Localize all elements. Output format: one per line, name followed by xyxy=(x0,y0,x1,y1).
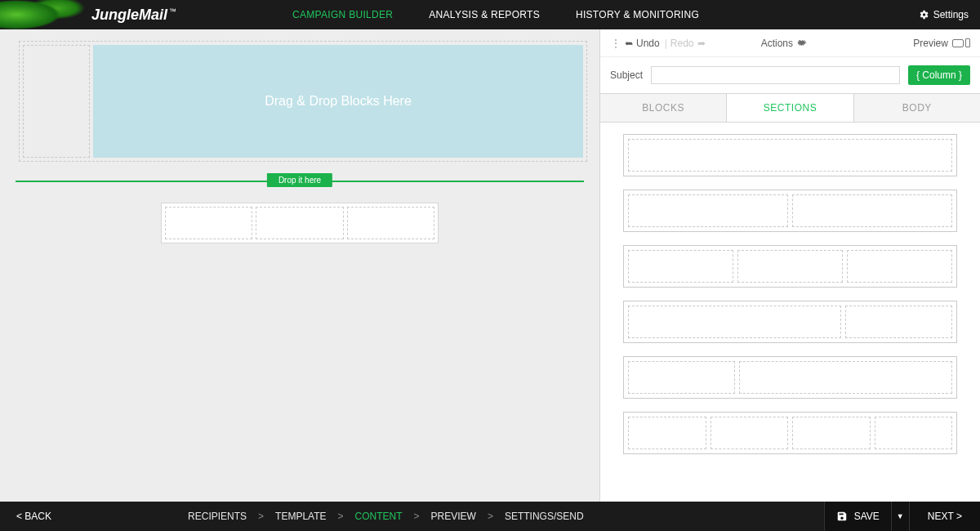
save-label: SAVE xyxy=(854,511,880,522)
section-template-1-2[interactable] xyxy=(623,356,957,399)
settings-link[interactable]: Settings xyxy=(918,9,969,20)
subject-label: Subject xyxy=(610,69,643,81)
panel-tabs: BLOCKS SECTIONS BODY xyxy=(600,93,980,123)
undo-label: Undo xyxy=(636,38,660,49)
step-sep: > xyxy=(338,511,344,522)
actions-label: Actions xyxy=(761,38,793,49)
drop-badge: Drop it here xyxy=(267,173,332,187)
canvas-cell[interactable] xyxy=(256,207,343,239)
section-template-3col[interactable] xyxy=(623,245,957,288)
desktop-icon xyxy=(952,39,964,47)
panel-toolbar: ⋮ ➦ Undo | Redo ➦ Actions Preview xyxy=(600,29,980,57)
drop-zone-label: Drag & Drop Blocks Here xyxy=(265,94,412,109)
column-button[interactable]: { Column } xyxy=(908,65,970,85)
save-icon xyxy=(836,511,848,522)
canvas-cell[interactable] xyxy=(347,207,434,239)
undo-icon: ➦ xyxy=(625,38,633,49)
step-settings-send[interactable]: SETTINGS/SEND xyxy=(505,511,584,522)
save-button[interactable]: SAVE xyxy=(824,502,891,531)
nav-history-monitoring[interactable]: HISTORY & MONITORING xyxy=(558,0,717,29)
preview-label: Preview xyxy=(913,38,948,49)
brand-logo: JungleMail™ xyxy=(91,7,176,24)
nav-analysis-reports[interactable]: ANALYSIS & REPORTS xyxy=(411,0,558,29)
redo-label: Redo xyxy=(670,38,694,49)
tab-sections[interactable]: SECTIONS xyxy=(727,94,853,122)
back-button[interactable]: < BACK xyxy=(0,511,68,522)
step-preview[interactable]: PREVIEW xyxy=(431,511,476,522)
step-sep: > xyxy=(414,511,420,522)
save-area: SAVE ▼ NEXT > xyxy=(824,502,980,531)
drop-indicator: Drop it here xyxy=(16,173,584,190)
canvas-section-1[interactable]: Drag & Drop Blocks Here xyxy=(19,41,587,162)
side-panel: ⋮ ➦ Undo | Redo ➦ Actions Preview xyxy=(599,29,980,502)
top-bar: JungleMail™ CAMPAIGN BUILDER ANALYSIS & … xyxy=(0,0,980,29)
step-sep: > xyxy=(488,511,493,522)
section-template-2col[interactable] xyxy=(623,190,957,232)
next-button[interactable]: NEXT > xyxy=(909,502,980,531)
brand-tm: ™ xyxy=(169,7,176,16)
canvas-empty-column[interactable] xyxy=(23,45,90,158)
drag-handle-icon[interactable]: ⋮ xyxy=(610,37,620,50)
save-dropdown[interactable]: ▼ xyxy=(891,502,909,531)
settings-label: Settings xyxy=(933,9,969,20)
section-template-4col[interactable] xyxy=(623,412,957,454)
actions-menu[interactable]: Actions xyxy=(761,38,807,49)
drag-drop-zone[interactable]: Drag & Drop Blocks Here xyxy=(93,45,583,158)
section-template-2-1[interactable] xyxy=(623,301,957,343)
canvas-cell[interactable] xyxy=(165,207,252,239)
step-recipients[interactable]: RECIPIENTS xyxy=(188,511,247,522)
gear-sparkle-icon xyxy=(796,38,807,48)
section-template-1col[interactable] xyxy=(623,134,957,176)
nav-campaign-builder[interactable]: CAMPAIGN BUILDER xyxy=(274,0,411,29)
redo-icon: ➦ xyxy=(697,38,706,49)
brand-name-b: Mail xyxy=(139,7,167,23)
brand-leaf-graphic xyxy=(0,0,88,29)
subject-row: Subject { Column } xyxy=(600,57,980,93)
sections-list[interactable] xyxy=(600,123,980,502)
email-canvas[interactable]: Drag & Drop Blocks Here Drop it here xyxy=(0,29,599,502)
canvas-section-2[interactable] xyxy=(161,203,439,243)
preview-toggle[interactable]: Preview xyxy=(913,38,970,49)
step-sep: > xyxy=(258,511,264,522)
undo-button[interactable]: ➦ Undo xyxy=(625,38,660,49)
redo-button[interactable]: | Redo ➦ xyxy=(665,38,706,49)
wizard-steps: RECIPIENTS > TEMPLATE > CONTENT > PREVIE… xyxy=(188,511,584,522)
subject-input[interactable] xyxy=(651,66,900,84)
tab-blocks[interactable]: BLOCKS xyxy=(600,94,727,122)
tab-body[interactable]: BODY xyxy=(854,94,980,122)
mobile-icon xyxy=(965,38,970,47)
workspace: Drag & Drop Blocks Here Drop it here ⋮ ➦ xyxy=(0,29,980,502)
bottom-bar: < BACK RECIPIENTS > TEMPLATE > CONTENT >… xyxy=(0,502,980,531)
step-template[interactable]: TEMPLATE xyxy=(275,511,326,522)
brand-name-a: Jungle xyxy=(91,7,139,23)
step-content[interactable]: CONTENT xyxy=(355,511,403,522)
device-icons xyxy=(952,38,970,47)
gears-icon xyxy=(918,9,929,20)
top-nav: CAMPAIGN BUILDER ANALYSIS & REPORTS HIST… xyxy=(274,0,717,29)
